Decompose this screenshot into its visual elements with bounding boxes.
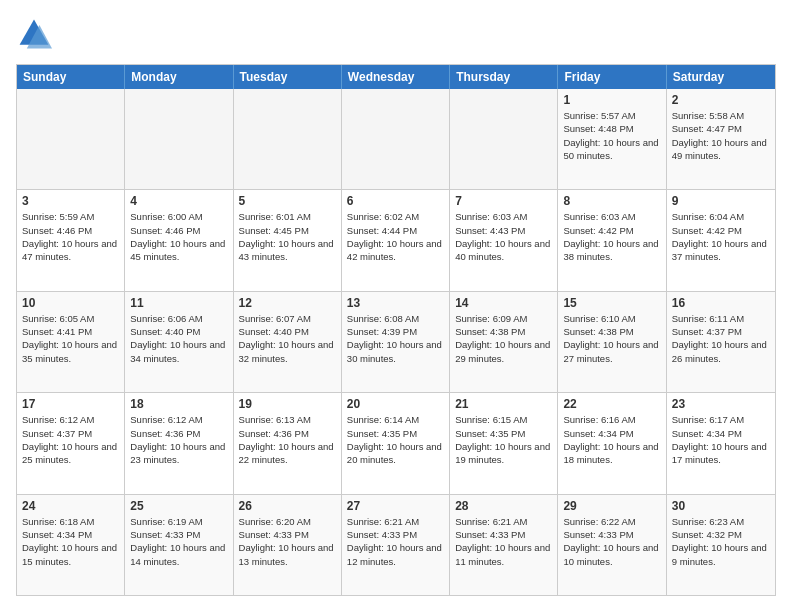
- calendar: SundayMondayTuesdayWednesdayThursdayFrid…: [16, 64, 776, 596]
- calendar-header-cell: Thursday: [450, 65, 558, 89]
- cell-info: Sunrise: 6:03 AM Sunset: 4:43 PM Dayligh…: [455, 210, 552, 263]
- day-number: 16: [672, 296, 770, 310]
- day-number: 9: [672, 194, 770, 208]
- cell-info: Sunrise: 6:00 AM Sunset: 4:46 PM Dayligh…: [130, 210, 227, 263]
- day-number: 2: [672, 93, 770, 107]
- cell-info: Sunrise: 6:03 AM Sunset: 4:42 PM Dayligh…: [563, 210, 660, 263]
- calendar-cell: 12Sunrise: 6:07 AM Sunset: 4:40 PM Dayli…: [234, 292, 342, 392]
- day-number: 4: [130, 194, 227, 208]
- day-number: 11: [130, 296, 227, 310]
- calendar-cell: 9Sunrise: 6:04 AM Sunset: 4:42 PM Daylig…: [667, 190, 775, 290]
- calendar-cell: 19Sunrise: 6:13 AM Sunset: 4:36 PM Dayli…: [234, 393, 342, 493]
- cell-info: Sunrise: 6:17 AM Sunset: 4:34 PM Dayligh…: [672, 413, 770, 466]
- calendar-cell: 17Sunrise: 6:12 AM Sunset: 4:37 PM Dayli…: [17, 393, 125, 493]
- calendar-cell: [450, 89, 558, 189]
- logo: [16, 16, 56, 52]
- cell-info: Sunrise: 6:21 AM Sunset: 4:33 PM Dayligh…: [455, 515, 552, 568]
- day-number: 17: [22, 397, 119, 411]
- cell-info: Sunrise: 6:19 AM Sunset: 4:33 PM Dayligh…: [130, 515, 227, 568]
- cell-info: Sunrise: 6:02 AM Sunset: 4:44 PM Dayligh…: [347, 210, 444, 263]
- calendar-cell: 27Sunrise: 6:21 AM Sunset: 4:33 PM Dayli…: [342, 495, 450, 595]
- calendar-cell: 15Sunrise: 6:10 AM Sunset: 4:38 PM Dayli…: [558, 292, 666, 392]
- cell-info: Sunrise: 5:58 AM Sunset: 4:47 PM Dayligh…: [672, 109, 770, 162]
- calendar-cell: [234, 89, 342, 189]
- cell-info: Sunrise: 6:21 AM Sunset: 4:33 PM Dayligh…: [347, 515, 444, 568]
- calendar-body: 1Sunrise: 5:57 AM Sunset: 4:48 PM Daylig…: [17, 89, 775, 595]
- calendar-cell: 25Sunrise: 6:19 AM Sunset: 4:33 PM Dayli…: [125, 495, 233, 595]
- calendar-cell: [17, 89, 125, 189]
- cell-info: Sunrise: 6:07 AM Sunset: 4:40 PM Dayligh…: [239, 312, 336, 365]
- day-number: 19: [239, 397, 336, 411]
- day-number: 12: [239, 296, 336, 310]
- cell-info: Sunrise: 6:10 AM Sunset: 4:38 PM Dayligh…: [563, 312, 660, 365]
- calendar-cell: 5Sunrise: 6:01 AM Sunset: 4:45 PM Daylig…: [234, 190, 342, 290]
- day-number: 28: [455, 499, 552, 513]
- cell-info: Sunrise: 6:12 AM Sunset: 4:37 PM Dayligh…: [22, 413, 119, 466]
- day-number: 1: [563, 93, 660, 107]
- cell-info: Sunrise: 6:12 AM Sunset: 4:36 PM Dayligh…: [130, 413, 227, 466]
- calendar-cell: 8Sunrise: 6:03 AM Sunset: 4:42 PM Daylig…: [558, 190, 666, 290]
- day-number: 3: [22, 194, 119, 208]
- day-number: 8: [563, 194, 660, 208]
- calendar-cell: 23Sunrise: 6:17 AM Sunset: 4:34 PM Dayli…: [667, 393, 775, 493]
- calendar-cell: 7Sunrise: 6:03 AM Sunset: 4:43 PM Daylig…: [450, 190, 558, 290]
- calendar-cell: 24Sunrise: 6:18 AM Sunset: 4:34 PM Dayli…: [17, 495, 125, 595]
- calendar-cell: 21Sunrise: 6:15 AM Sunset: 4:35 PM Dayli…: [450, 393, 558, 493]
- calendar-cell: 14Sunrise: 6:09 AM Sunset: 4:38 PM Dayli…: [450, 292, 558, 392]
- cell-info: Sunrise: 6:06 AM Sunset: 4:40 PM Dayligh…: [130, 312, 227, 365]
- cell-info: Sunrise: 6:14 AM Sunset: 4:35 PM Dayligh…: [347, 413, 444, 466]
- calendar-cell: 11Sunrise: 6:06 AM Sunset: 4:40 PM Dayli…: [125, 292, 233, 392]
- day-number: 25: [130, 499, 227, 513]
- cell-info: Sunrise: 6:22 AM Sunset: 4:33 PM Dayligh…: [563, 515, 660, 568]
- cell-info: Sunrise: 6:08 AM Sunset: 4:39 PM Dayligh…: [347, 312, 444, 365]
- calendar-cell: 4Sunrise: 6:00 AM Sunset: 4:46 PM Daylig…: [125, 190, 233, 290]
- cell-info: Sunrise: 6:23 AM Sunset: 4:32 PM Dayligh…: [672, 515, 770, 568]
- cell-info: Sunrise: 6:05 AM Sunset: 4:41 PM Dayligh…: [22, 312, 119, 365]
- calendar-cell: 1Sunrise: 5:57 AM Sunset: 4:48 PM Daylig…: [558, 89, 666, 189]
- calendar-cell: 10Sunrise: 6:05 AM Sunset: 4:41 PM Dayli…: [17, 292, 125, 392]
- cell-info: Sunrise: 6:11 AM Sunset: 4:37 PM Dayligh…: [672, 312, 770, 365]
- calendar-cell: 13Sunrise: 6:08 AM Sunset: 4:39 PM Dayli…: [342, 292, 450, 392]
- day-number: 18: [130, 397, 227, 411]
- cell-info: Sunrise: 5:59 AM Sunset: 4:46 PM Dayligh…: [22, 210, 119, 263]
- calendar-cell: 18Sunrise: 6:12 AM Sunset: 4:36 PM Dayli…: [125, 393, 233, 493]
- day-number: 29: [563, 499, 660, 513]
- cell-info: Sunrise: 6:04 AM Sunset: 4:42 PM Dayligh…: [672, 210, 770, 263]
- day-number: 13: [347, 296, 444, 310]
- cell-info: Sunrise: 5:57 AM Sunset: 4:48 PM Dayligh…: [563, 109, 660, 162]
- day-number: 5: [239, 194, 336, 208]
- day-number: 7: [455, 194, 552, 208]
- calendar-cell: 3Sunrise: 5:59 AM Sunset: 4:46 PM Daylig…: [17, 190, 125, 290]
- calendar-cell: 16Sunrise: 6:11 AM Sunset: 4:37 PM Dayli…: [667, 292, 775, 392]
- calendar-row: 24Sunrise: 6:18 AM Sunset: 4:34 PM Dayli…: [17, 495, 775, 595]
- calendar-cell: 29Sunrise: 6:22 AM Sunset: 4:33 PM Dayli…: [558, 495, 666, 595]
- day-number: 27: [347, 499, 444, 513]
- calendar-row: 3Sunrise: 5:59 AM Sunset: 4:46 PM Daylig…: [17, 190, 775, 291]
- cell-info: Sunrise: 6:13 AM Sunset: 4:36 PM Dayligh…: [239, 413, 336, 466]
- calendar-cell: 20Sunrise: 6:14 AM Sunset: 4:35 PM Dayli…: [342, 393, 450, 493]
- calendar-header-cell: Friday: [558, 65, 666, 89]
- calendar-cell: 22Sunrise: 6:16 AM Sunset: 4:34 PM Dayli…: [558, 393, 666, 493]
- calendar-row: 1Sunrise: 5:57 AM Sunset: 4:48 PM Daylig…: [17, 89, 775, 190]
- day-number: 23: [672, 397, 770, 411]
- calendar-cell: 28Sunrise: 6:21 AM Sunset: 4:33 PM Dayli…: [450, 495, 558, 595]
- calendar-cell: 26Sunrise: 6:20 AM Sunset: 4:33 PM Dayli…: [234, 495, 342, 595]
- day-number: 26: [239, 499, 336, 513]
- day-number: 24: [22, 499, 119, 513]
- calendar-cell: [342, 89, 450, 189]
- day-number: 6: [347, 194, 444, 208]
- day-number: 22: [563, 397, 660, 411]
- cell-info: Sunrise: 6:01 AM Sunset: 4:45 PM Dayligh…: [239, 210, 336, 263]
- day-number: 21: [455, 397, 552, 411]
- calendar-header-cell: Sunday: [17, 65, 125, 89]
- calendar-row: 17Sunrise: 6:12 AM Sunset: 4:37 PM Dayli…: [17, 393, 775, 494]
- day-number: 14: [455, 296, 552, 310]
- day-number: 30: [672, 499, 770, 513]
- page: SundayMondayTuesdayWednesdayThursdayFrid…: [0, 0, 792, 612]
- cell-info: Sunrise: 6:16 AM Sunset: 4:34 PM Dayligh…: [563, 413, 660, 466]
- day-number: 15: [563, 296, 660, 310]
- cell-info: Sunrise: 6:09 AM Sunset: 4:38 PM Dayligh…: [455, 312, 552, 365]
- calendar-cell: 2Sunrise: 5:58 AM Sunset: 4:47 PM Daylig…: [667, 89, 775, 189]
- day-number: 20: [347, 397, 444, 411]
- cell-info: Sunrise: 6:20 AM Sunset: 4:33 PM Dayligh…: [239, 515, 336, 568]
